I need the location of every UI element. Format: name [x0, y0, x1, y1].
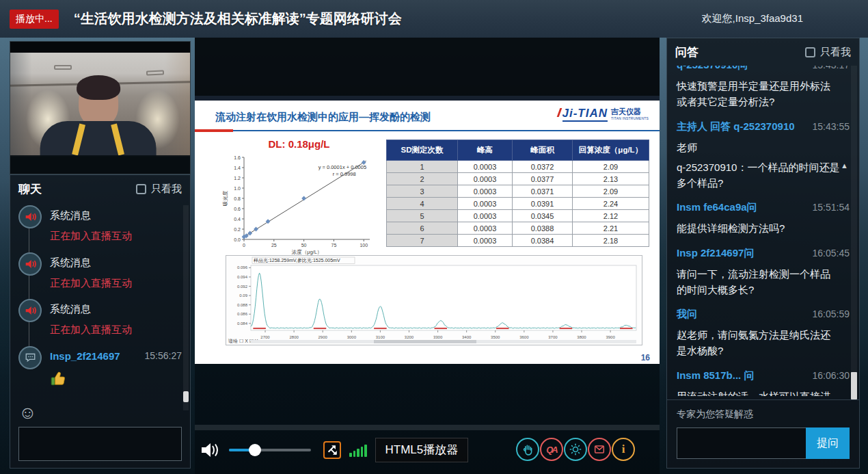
speaker-volume-icon[interactable] [200, 442, 221, 458]
chat-scrollbar[interactable] [183, 205, 189, 410]
chat-message: Insp_2f21469715:56:27 [18, 346, 183, 391]
qa-message-text: 请问一下，流动注射检测一个样品的时间大概多长? [677, 266, 850, 298]
table-cell: 2.12 [573, 210, 649, 222]
volume-slider-thumb[interactable] [249, 444, 261, 456]
chromatogram-panel: 样品光:1258.259mV,参比光:1525.005mV0.0840.0860… [226, 255, 642, 345]
volume-slider[interactable] [229, 449, 311, 451]
qa-timestamp: 16:05:59 [813, 308, 850, 319]
svg-text:1.0: 1.0 [234, 186, 241, 191]
svg-text:0.092: 0.092 [237, 285, 248, 289]
table-cell: 5 [387, 210, 458, 222]
qa-item: 主持人 回答 q-25237091015:43:55老师q-252370910：… [677, 120, 850, 192]
qa-item: q-252370910问15:43:17快速预警是用半定量还是用外标法或者其它定… [677, 66, 850, 110]
svg-text:0.096: 0.096 [237, 265, 248, 269]
speaker-icon [18, 205, 42, 228]
chat-username: Insp_2f214697 [50, 350, 120, 362]
svg-text:0.09: 0.09 [239, 293, 247, 298]
qa-username: 我问 [677, 308, 697, 319]
speaker-icon [18, 252, 42, 276]
qa-header: 问答 只看我 [667, 38, 859, 66]
video-player-area: 流动注射在饮用水检测中的应用—挥发酚的检测 Ji-TIAN 吉天仪器 TITAN… [195, 38, 660, 474]
qa-message-list[interactable]: q-252370910问15:43:17快速预警是用半定量还是用外标法或者其它定… [667, 66, 850, 396]
qa-icon[interactable]: QA [540, 438, 563, 461]
webcam-video-frame [10, 53, 190, 157]
qa-username: Insp 2f214697问 [677, 247, 754, 259]
svg-text:1.4: 1.4 [234, 166, 241, 170]
table-header-cell: 回算浓度（μg/L） [573, 140, 649, 161]
player-top-shade [195, 38, 660, 96]
lanyard [111, 124, 124, 156]
webinar-title: “生活饮用水检测方法及相关标准解读”专题网络研讨会 [74, 10, 402, 28]
qa-timestamp: 15:43:55 [813, 121, 850, 132]
svg-text:0.084: 0.084 [237, 321, 248, 326]
table-cell: 2.18 [573, 235, 649, 247]
svg-text:0.4: 0.4 [234, 217, 241, 222]
presenter-video[interactable] [10, 41, 191, 174]
qa-panel: 问答 只看我 q-252370910问15:43:17快速预警是用半定量还是用外… [666, 38, 860, 469]
player-type-label[interactable]: HTML5播放器 [375, 438, 469, 462]
table-cell: 0.0377 [513, 173, 573, 185]
table-header-cell: SD测定次数 [387, 140, 458, 161]
chat-username: 系统消息 [50, 209, 91, 221]
table-cell: 7 [387, 235, 458, 247]
chat-message: 系统消息正在加入直播互动 [18, 252, 183, 290]
qa-timestamp: 15:43:17 [813, 66, 850, 70]
seek-bar[interactable] [195, 425, 660, 430]
chat-only-me-checkbox[interactable] [136, 184, 146, 194]
svg-text:0.0: 0.0 [234, 237, 241, 242]
table-cell: 0.0003 [458, 161, 513, 173]
qa-message-text: 老师 [677, 140, 850, 155]
qa-scrollbar-thumb[interactable] [851, 372, 857, 399]
table-cell: 2.24 [573, 198, 649, 210]
logo-subtitle: TITAN INSTRUMENTS [611, 117, 649, 120]
info-icon[interactable]: i [612, 438, 635, 461]
svg-text:y = 0.0001x + 0.0005: y = 0.0001x + 0.0005 [318, 164, 366, 170]
ceiling-light [146, 70, 164, 76]
chat-input[interactable] [18, 427, 182, 461]
table-cell: 0.0345 [513, 210, 573, 222]
mail-icon[interactable] [588, 438, 611, 461]
svg-text:2700: 2700 [260, 335, 270, 339]
qa-item: Insm fe64ca9a问15:51:54能提供详细检测方法吗? [677, 201, 850, 236]
qa-message-text: 快速预警是用半定量还是用外标法或者其它定量分析法? [677, 78, 850, 110]
player-controls: HTML5播放器 QA [195, 431, 660, 469]
svg-text:3700: 3700 [548, 335, 558, 339]
table-row: 10.00030.03722.09 [387, 161, 649, 173]
presenter-body [40, 121, 156, 157]
chat-timestamp: 15:56:27 [145, 350, 182, 361]
chat-bubble-icon [18, 346, 42, 369]
table-cell: 1 [387, 161, 458, 173]
chat-scrollbar-thumb[interactable] [183, 391, 189, 402]
chat-message-text [50, 369, 183, 391]
smiley-icon[interactable]: ☺ [18, 404, 38, 423]
svg-text:3800: 3800 [577, 335, 586, 339]
svg-text:浓度（μg/L）: 浓度（μg/L） [292, 249, 323, 255]
svg-text:2900: 2900 [318, 335, 328, 339]
chat-message-list[interactable]: 系统消息正在加入直播互动系统消息正在加入直播互动系统消息正在加入直播互动Insp… [10, 205, 183, 410]
brightness-icon[interactable] [564, 438, 587, 461]
qa-timestamp: 16:06:30 [813, 370, 850, 381]
ask-button[interactable]: 提问 [806, 427, 850, 459]
slide-page-number: 16 [641, 353, 650, 363]
playing-status-badge: 播放中... [10, 10, 59, 29]
svg-text:3200: 3200 [405, 335, 414, 339]
table-cell: 0.0388 [513, 222, 573, 235]
svg-text:100: 100 [360, 243, 368, 248]
presenter-hair [77, 75, 120, 100]
table-cell: 6 [387, 222, 458, 235]
table-cell: 0.0372 [513, 161, 573, 173]
raise-hand-icon[interactable] [516, 438, 539, 461]
table-header-cell: 峰面积 [513, 140, 573, 161]
qa-item: 我问16:05:59赵老师，请问氨氮方法是纳氏法还是水杨酸? [677, 308, 850, 359]
table-cell: 2.13 [573, 173, 649, 185]
qa-only-me-checkbox[interactable] [805, 47, 815, 57]
collapse-arrow-icon[interactable]: ▲ [841, 161, 848, 170]
qa-scrollbar[interactable] [851, 66, 857, 396]
qa-timestamp: 15:51:54 [813, 202, 850, 213]
swap-arrows-icon[interactable] [323, 441, 341, 459]
qa-message-text: 用流动注射的话，水样可以直接进样吗？还是需要怎样处理? [677, 389, 850, 397]
speaker-icon [18, 299, 42, 322]
table-row: 20.00030.03772.13 [387, 173, 649, 185]
svg-text:0.088: 0.088 [237, 303, 248, 307]
question-input[interactable] [677, 427, 806, 459]
